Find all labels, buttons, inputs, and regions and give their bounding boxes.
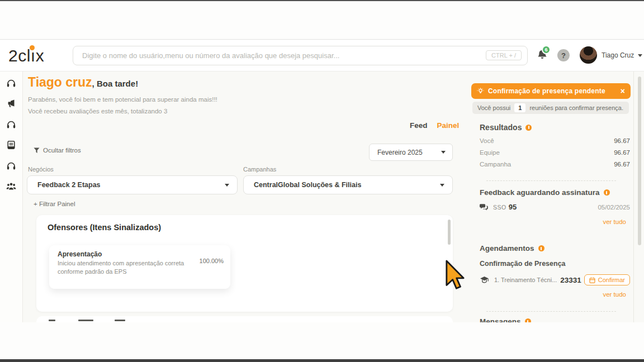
alert-message-prefix: Você possui — [477, 104, 510, 111]
offender-description: Iniciou atendimento com apresentação cor… — [58, 259, 191, 276]
hide-filters-toggle[interactable]: Ocultar filtros — [34, 147, 81, 154]
agendamentos-title: Agendamentos — [480, 244, 534, 253]
feed-painel-tabs: Feed Painel — [410, 121, 459, 130]
tab-painel[interactable]: Painel — [437, 121, 460, 130]
calendar-icon — [589, 277, 595, 283]
clipped-text-fragment — [78, 320, 93, 321]
notifications-button[interactable]: 6 — [537, 49, 551, 63]
offender-name: Apresentação — [58, 250, 102, 258]
user-name: Tiago Cruz — [602, 51, 634, 59]
feedback-title: Feedback aguardando assinatura — [480, 188, 600, 197]
clipped-text-fragment — [49, 320, 55, 321]
notification-count-badge: 6 — [542, 45, 551, 54]
mensagens-title: Mensagens — [480, 317, 521, 322]
agendamento-list-item[interactable]: 1. Treinamento Técni... 23331 Confirmar — [480, 274, 630, 285]
info-icon[interactable] — [525, 318, 531, 322]
resultados-title: Resultados — [480, 123, 522, 132]
greeting-heading: Tiago cruz , Boa tarde! — [28, 75, 138, 90]
sidebar-item-book[interactable] — [6, 140, 16, 150]
feedback-code: SSO — [493, 204, 506, 211]
info-icon[interactable] — [538, 245, 544, 251]
sidebar-item-megaphone[interactable] — [6, 99, 16, 109]
agendamentos-subtitle: Confirmação de Presença — [480, 260, 566, 268]
clipped-text-fragment — [115, 320, 125, 321]
alert-meeting-count: 1 — [514, 103, 525, 112]
sidebar-item-headset-3[interactable] — [6, 161, 16, 171]
filter-funnel-icon — [34, 147, 40, 154]
users-icon — [6, 182, 16, 190]
greeting-message-2: Você recebeu avaliações este mês, totali… — [28, 108, 167, 115]
bottom-edge-bar — [0, 359, 644, 362]
offenders-scrollbar[interactable] — [448, 220, 451, 245]
add-panel-filter-button[interactable]: + Filtrar Painel — [34, 201, 75, 207]
search-input[interactable] — [73, 46, 527, 65]
alert-title: Confirmação de presença pendente — [488, 87, 617, 95]
headset-icon — [6, 161, 16, 170]
logo-text: 2clıx — [8, 46, 44, 65]
sidebar-item-headset-2[interactable] — [6, 120, 16, 130]
negocios-select[interactable]: Feedback 2 Etapas — [27, 175, 238, 194]
result-value: 96.67 — [614, 161, 630, 168]
feedback-number: 95 — [509, 203, 517, 211]
app-viewport: 2clıx CTRL + / 6 ? Tiago Cruz — [0, 39, 644, 322]
confirm-button-label: Confirmar — [598, 277, 625, 283]
page-scrollbar[interactable] — [638, 77, 641, 245]
graduation-cap-icon — [480, 276, 489, 284]
right-panel: Confirmação de presença pendente × Você … — [471, 40, 631, 322]
month-select-value: Fevereiro 2025 — [377, 149, 423, 156]
result-row: Campanha 96.67 — [480, 161, 630, 168]
user-avatar[interactable] — [580, 46, 597, 64]
book-icon — [6, 140, 16, 150]
offender-card: Apresentação Iniciou atendimento com apr… — [49, 245, 230, 289]
scroll-track-divider — [633, 40, 634, 322]
mensagens-heading: Mensagens — [480, 317, 531, 322]
offender-score: 100.00% — [200, 258, 224, 264]
lightbulb-icon — [477, 88, 484, 95]
campanhas-select-value: CentralGlobal Soluções & Filiais — [254, 181, 361, 189]
result-label: Equipe — [480, 149, 500, 156]
chat-bubbles-icon — [480, 203, 488, 211]
chevron-down-icon — [441, 151, 446, 154]
result-row: Equipe 96.67 — [480, 149, 630, 156]
result-value: 96.67 — [614, 149, 630, 156]
agendamento-label: 1. Treinamento Técni... — [494, 277, 557, 283]
left-icon-rail — [0, 72, 23, 322]
alert-close-button[interactable]: × — [621, 87, 625, 95]
logo[interactable]: 2clıx — [8, 46, 44, 65]
campanhas-select[interactable]: CentralGlobal Soluções & Filiais — [243, 175, 453, 194]
greeting-message-1: Parabéns, você foi bem e tem potencial p… — [28, 96, 217, 103]
info-icon[interactable] — [525, 125, 532, 131]
confirm-button[interactable]: Confirmar — [584, 274, 630, 285]
tab-feed[interactable]: Feed — [410, 121, 428, 130]
global-search: CTRL + / — [73, 46, 528, 65]
divider — [486, 311, 616, 312]
negocios-label: Negócios — [28, 166, 54, 173]
offenders-panel: Ofensores (Itens Sinalizados) Apresentaç… — [36, 215, 453, 312]
feedback-see-all-link[interactable]: ver tudo — [603, 218, 626, 225]
info-icon[interactable] — [604, 189, 610, 196]
resultados-heading: Resultados — [480, 123, 532, 132]
agendamento-number: 23331 — [560, 276, 581, 284]
clipped-next-section — [36, 316, 453, 322]
chevron-down-icon — [638, 54, 642, 57]
divider — [486, 180, 616, 181]
headset-icon — [6, 78, 16, 88]
user-menu[interactable]: Tiago Cruz — [602, 51, 642, 59]
help-button[interactable]: ? — [557, 49, 570, 61]
offenders-title: Ofensores (Itens Sinalizados) — [48, 223, 161, 232]
sidebar-item-team[interactable] — [6, 182, 16, 192]
month-select[interactable]: Fevereiro 2025 — [369, 144, 453, 161]
feedback-list-item[interactable]: SSO 95 05/02/2025 — [480, 203, 630, 211]
logo-dot-icon — [30, 45, 35, 50]
greeting-user-name: Tiago cruz — [28, 75, 92, 90]
result-label: Campanha — [480, 161, 511, 168]
megaphone-icon — [6, 99, 16, 108]
screen: 2clıx CTRL + / 6 ? Tiago Cruz — [0, 0, 644, 362]
keyboard-shortcut-badge: CTRL + / — [486, 50, 522, 60]
headset-icon — [6, 120, 16, 129]
sidebar-item-headset-1[interactable] — [6, 78, 16, 88]
greeting-suffix: , Boa tarde! — [92, 79, 139, 88]
result-row: Você 96.67 — [480, 137, 630, 144]
agendamentos-see-all-link[interactable]: ver tudo — [603, 291, 626, 298]
campanhas-label: Campanhas — [243, 166, 276, 173]
